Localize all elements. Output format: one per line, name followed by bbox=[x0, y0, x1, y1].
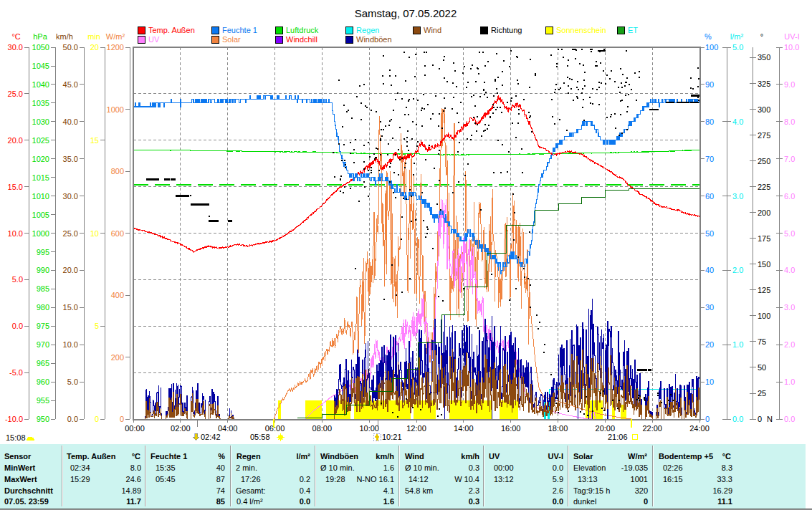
svg-text:1030: 1030 bbox=[32, 117, 49, 126]
svg-text:40: 40 bbox=[216, 463, 225, 472]
svg-text:995: 995 bbox=[37, 248, 49, 256]
svg-text:14:00: 14:00 bbox=[454, 424, 474, 433]
svg-text:0.0: 0.0 bbox=[67, 415, 78, 423]
svg-text:Richtung: Richtung bbox=[491, 26, 522, 34]
svg-text:17:26: 17:26 bbox=[241, 475, 261, 483]
svg-text:08:00: 08:00 bbox=[312, 424, 333, 433]
svg-text:Windchill: Windchill bbox=[286, 35, 317, 44]
svg-text:50.0: 50.0 bbox=[63, 43, 78, 52]
svg-text:05:58: 05:58 bbox=[250, 433, 270, 441]
svg-text:10: 10 bbox=[705, 377, 714, 386]
svg-text:Feuchte 1: Feuchte 1 bbox=[151, 452, 187, 461]
svg-text:Wind: Wind bbox=[424, 26, 441, 34]
svg-text:1050: 1050 bbox=[32, 43, 49, 52]
svg-text:-5.0: -5.0 bbox=[9, 368, 23, 377]
svg-text:24.6: 24.6 bbox=[126, 475, 141, 483]
svg-text:%: % bbox=[218, 452, 225, 461]
svg-text:1001: 1001 bbox=[631, 475, 648, 483]
svg-text:70: 70 bbox=[705, 155, 714, 163]
svg-text:06:00: 06:00 bbox=[265, 424, 285, 433]
svg-text:4.1: 4.1 bbox=[383, 486, 394, 495]
svg-text:Gesamt:: Gesamt: bbox=[236, 486, 266, 495]
svg-text:15:08: 15:08 bbox=[6, 433, 26, 442]
svg-text:0: 0 bbox=[120, 415, 124, 423]
svg-text:13:13: 13:13 bbox=[578, 475, 598, 483]
svg-text:150: 150 bbox=[758, 260, 770, 269]
svg-text:2.3: 2.3 bbox=[469, 486, 479, 495]
svg-text:225: 225 bbox=[758, 183, 770, 191]
svg-text:24:00: 24:00 bbox=[689, 424, 710, 433]
svg-text:02:26: 02:26 bbox=[663, 463, 683, 472]
svg-text:0.4 l/m²: 0.4 l/m² bbox=[237, 497, 263, 506]
svg-text:MinWert: MinWert bbox=[4, 463, 36, 472]
svg-text:0.4: 0.4 bbox=[300, 486, 310, 495]
svg-text:°C: °C bbox=[132, 452, 140, 461]
svg-text:11.7: 11.7 bbox=[126, 497, 141, 506]
svg-text:20:00: 20:00 bbox=[596, 424, 616, 433]
svg-text:965: 965 bbox=[37, 359, 49, 367]
svg-text:6.0: 6.0 bbox=[784, 192, 795, 201]
svg-text:50: 50 bbox=[758, 363, 766, 372]
svg-text:250: 250 bbox=[758, 157, 770, 165]
svg-text:5.0: 5.0 bbox=[67, 377, 78, 386]
svg-text:10:21: 10:21 bbox=[382, 433, 402, 441]
svg-text:1000: 1000 bbox=[32, 229, 49, 238]
svg-text:30.0: 30.0 bbox=[8, 43, 23, 52]
svg-text:02:34: 02:34 bbox=[70, 463, 90, 472]
svg-text:-19.035: -19.035 bbox=[621, 463, 648, 472]
svg-text:7.0: 7.0 bbox=[784, 155, 795, 163]
svg-text:0: 0 bbox=[95, 415, 99, 423]
svg-text:N: N bbox=[767, 415, 773, 423]
svg-text:W/m²: W/m² bbox=[106, 32, 125, 41]
svg-text:14.89: 14.89 bbox=[121, 486, 141, 495]
svg-text:1025: 1025 bbox=[32, 136, 49, 145]
svg-text:20: 20 bbox=[705, 340, 714, 349]
svg-text:1005: 1005 bbox=[32, 211, 49, 219]
svg-text:8.0: 8.0 bbox=[130, 463, 141, 472]
svg-text:Tag:9:15 h: Tag:9:15 h bbox=[573, 486, 610, 495]
svg-text:Solar: Solar bbox=[222, 35, 241, 44]
svg-text:dunkel: dunkel bbox=[573, 497, 596, 506]
svg-text:2.6: 2.6 bbox=[553, 486, 563, 495]
svg-text:90: 90 bbox=[705, 80, 714, 89]
svg-text:0.0: 0.0 bbox=[784, 415, 795, 423]
svg-text:°C: °C bbox=[722, 452, 731, 461]
svg-text:2 min.: 2 min. bbox=[236, 463, 257, 472]
svg-text:UV-I: UV-I bbox=[548, 452, 563, 461]
svg-text:0.3: 0.3 bbox=[469, 463, 479, 472]
svg-text:Regen: Regen bbox=[237, 452, 261, 461]
svg-text:9.0: 9.0 bbox=[784, 80, 795, 89]
svg-text:0.0: 0.0 bbox=[732, 415, 743, 423]
svg-text:30: 30 bbox=[705, 303, 714, 312]
svg-text:20.0: 20.0 bbox=[63, 266, 78, 274]
svg-text:11.1: 11.1 bbox=[717, 497, 732, 506]
svg-text:0: 0 bbox=[758, 415, 762, 423]
svg-text:00:00: 00:00 bbox=[494, 463, 514, 472]
svg-text:ET: ET bbox=[628, 26, 638, 34]
svg-text:100: 100 bbox=[705, 43, 718, 52]
svg-text:5.0: 5.0 bbox=[784, 229, 795, 238]
svg-text:200: 200 bbox=[111, 353, 124, 362]
svg-text:350: 350 bbox=[758, 53, 770, 62]
svg-text:1040: 1040 bbox=[32, 80, 49, 89]
svg-text:-10.0: -10.0 bbox=[5, 415, 23, 423]
svg-text:0.0: 0.0 bbox=[12, 322, 23, 330]
svg-text:980: 980 bbox=[37, 303, 49, 312]
svg-text:3.0: 3.0 bbox=[784, 303, 795, 312]
svg-text:16.29: 16.29 bbox=[712, 486, 732, 495]
svg-text:0.2: 0.2 bbox=[300, 475, 310, 483]
svg-text:°: ° bbox=[760, 32, 763, 41]
svg-text:UV: UV bbox=[148, 35, 160, 44]
svg-text:54.8 km: 54.8 km bbox=[405, 486, 433, 495]
svg-text:Sensor: Sensor bbox=[4, 452, 32, 461]
svg-text:10.0: 10.0 bbox=[784, 43, 799, 52]
svg-text:80: 80 bbox=[705, 117, 714, 126]
svg-text:05:45: 05:45 bbox=[156, 475, 176, 483]
svg-text:22:00: 22:00 bbox=[642, 424, 662, 433]
svg-text:600: 600 bbox=[111, 229, 124, 238]
svg-text:800: 800 bbox=[111, 167, 124, 175]
svg-text:%: % bbox=[704, 32, 712, 41]
svg-text:20.0: 20.0 bbox=[8, 136, 23, 145]
svg-text:18:00: 18:00 bbox=[548, 424, 568, 433]
svg-text:975: 975 bbox=[37, 322, 49, 330]
